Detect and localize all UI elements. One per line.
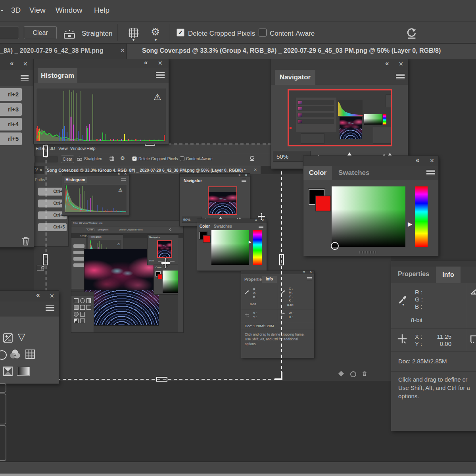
background-swatch[interactable]: [315, 196, 331, 211]
inner-angle-input[interactable]: [35, 156, 58, 163]
info-panel[interactable]: Properties Info ▾ R : G : B : 8-bit X : …: [391, 261, 476, 431]
inner-histogram-collapse-icon[interactable]: «: [118, 172, 120, 176]
histogram-close-icon[interactable]: ✕: [158, 60, 163, 66]
straighten-icon[interactable]: [63, 29, 76, 40]
inner-info-panel[interactable]: « ✕ Properties Info R : G : B : 8-bit C …: [241, 271, 314, 358]
channels-trash-icon[interactable]: [21, 236, 31, 246]
channel-mixer-adjustment-icon[interactable]: [25, 349, 35, 359]
inner-navigator-collapse-icon[interactable]: «: [238, 173, 240, 177]
inner-hue-bar[interactable]: [253, 230, 262, 265]
inner-hue-slider-arrow[interactable]: ▶: [249, 240, 251, 244]
menu-item-3d[interactable]: 3D: [11, 6, 21, 15]
histogram-tab[interactable]: Histogram: [38, 68, 77, 83]
menu-item-help[interactable]: Help: [94, 6, 109, 15]
content-aware-label[interactable]: Content-Aware: [270, 30, 315, 38]
inner-color-panel[interactable]: « ✕ Color Swatches ▶: [197, 219, 267, 271]
navigator-proxy[interactable]: [288, 89, 392, 146]
inner-trash2-icon[interactable]: [362, 371, 367, 376]
channel-row[interactable]: rl+4: [0, 118, 22, 131]
inner-histogram-menu-icon[interactable]: [121, 178, 126, 181]
inner-info-tab[interactable]: Info: [262, 276, 277, 283]
threshold-adjustment-icon[interactable]: [3, 366, 13, 376]
histogram-collapse-icon[interactable]: «: [144, 59, 148, 67]
adjustments-menu-icon[interactable]: [46, 305, 54, 311]
inner-paths-tab[interactable]: Paths: [35, 178, 45, 182]
reset-crop-icon[interactable]: [405, 27, 418, 40]
inner-reset-icon[interactable]: [249, 155, 255, 161]
inner-info-close-icon[interactable]: ✕: [309, 270, 312, 274]
exposure-adjustment-icon[interactable]: [3, 333, 13, 343]
grid-dropdown-caret[interactable]: ▾: [132, 38, 134, 42]
inner-delete-cropped-pixels-checkbox[interactable]: ✓: [132, 156, 137, 161]
inner-swatches-tab[interactable]: Swatches: [214, 224, 232, 228]
inner-clone-icon[interactable]: [338, 371, 344, 376]
clear-button[interactable]: Clear: [24, 26, 57, 39]
menu-item-window[interactable]: Window: [56, 6, 83, 15]
color-panel[interactable]: « ✕ Color Swatches ▶: [303, 156, 438, 256]
inner-straighten-icon[interactable]: [77, 156, 83, 161]
crop-handle-bottom-center[interactable]: [156, 377, 167, 382]
inner-properties-tab[interactable]: Properties: [244, 277, 264, 282]
channel-row[interactable]: rl+2: [0, 88, 22, 101]
left-strip-slot[interactable]: [0, 425, 6, 461]
navigator-menu-icon[interactable]: [396, 74, 405, 80]
inner-menu-window[interactable]: Window: [70, 146, 86, 151]
inner-saturation-gradient[interactable]: [211, 230, 249, 265]
color-balance-adjustment-icon[interactable]: [9, 349, 21, 359]
content-aware-checkbox[interactable]: [259, 29, 267, 36]
adjustments-close-icon[interactable]: ✕: [50, 293, 54, 299]
inner-clear-button[interactable]: Clear: [61, 155, 74, 163]
hue-slider-arrow[interactable]: ▶: [408, 221, 413, 228]
color-close-icon[interactable]: ✕: [430, 157, 434, 164]
document-tab-1-close-icon[interactable]: ✕: [120, 47, 125, 54]
inner-tab-fragment[interactable]: )* ✕: [35, 168, 42, 172]
inner-rgb-eyedropper-icon[interactable]: [244, 289, 250, 294]
crop-handle-mid-right[interactable]: [279, 254, 284, 265]
swatches-tab[interactable]: Swatches: [338, 169, 369, 177]
document-tab-1[interactable]: _8#) _ 2020-07-29 6_42_38 PM.png ✕: [0, 44, 127, 59]
adjustments-panel[interactable]: « ✕ ▽: [0, 291, 59, 384]
crop-corner-bottom-right-v[interactable]: [281, 372, 282, 380]
delete-cropped-pixels-label[interactable]: Delete Cropped Pixels: [188, 30, 255, 38]
inner-navigator-tab[interactable]: Navigator: [182, 178, 204, 184]
channels-close-icon[interactable]: ✕: [23, 61, 28, 67]
color-resize-grip[interactable]: [359, 251, 376, 253]
channels-collapse-icon[interactable]: «: [10, 60, 13, 67]
inner-navigator-proxy[interactable]: [208, 186, 237, 215]
hue-saturation-adjustment-icon[interactable]: [0, 350, 7, 360]
crop-handle-top-left[interactable]: [43, 145, 48, 157]
left-strip-slot[interactable]: [0, 393, 6, 424]
inner-navigator-menu-icon[interactable]: [242, 179, 246, 182]
inner-grid-overlay-icon[interactable]: [109, 156, 115, 161]
channels-menu-icon[interactable]: [21, 75, 29, 81]
crop-settings-gear-icon[interactable]: ⚙: [151, 26, 160, 38]
inner-navigator-close-icon[interactable]: ✕: [245, 173, 248, 177]
saturation-gradient[interactable]: [332, 186, 405, 247]
channels-panel[interactable]: « ✕ rl+2 rl+3 rl+4 rl+5: [0, 58, 34, 247]
adjustments-collapse-icon[interactable]: «: [36, 291, 40, 299]
inner-info-collapse-icon[interactable]: «: [303, 270, 305, 274]
document-tab-2[interactable]: Song Cover.psd @ 33.3% (Group 4, RGB_8#)…: [127, 44, 476, 59]
channel-row[interactable]: rl+3: [0, 103, 22, 116]
channel-row[interactable]: rl+5: [0, 132, 22, 145]
inner-background-swatch[interactable]: [203, 235, 211, 243]
delete-cropped-pixels-checkbox[interactable]: ✓: [177, 29, 184, 36]
gradient-map-adjustment-icon[interactable]: [17, 367, 30, 376]
navigator-panel[interactable]: « ✕ Navigator 50: [271, 58, 408, 169]
inner-channel-row[interactable]: Ctrl+5: [38, 223, 67, 231]
inner-info-menu-icon[interactable]: [307, 277, 312, 280]
inner-histogram-panel[interactable]: « ✕ Histogram ⚠: [62, 173, 129, 215]
navigator-close-icon[interactable]: ✕: [399, 61, 403, 67]
inner-camera-icon[interactable]: [350, 371, 356, 377]
color-menu-icon[interactable]: [426, 170, 435, 176]
inner-color-tab[interactable]: Color: [200, 224, 210, 228]
histogram-panel[interactable]: « ✕ Histogram ⚠: [34, 58, 169, 144]
color-collapse-icon[interactable]: «: [416, 156, 419, 164]
inner-tab-close-icon[interactable]: ✕: [254, 168, 257, 172]
inner-menu-view[interactable]: View: [58, 146, 68, 151]
hue-bar[interactable]: [415, 186, 428, 247]
inner-gear-icon[interactable]: ⚙: [120, 155, 125, 161]
navigator-tab[interactable]: Navigator: [275, 70, 315, 85]
histogram-menu-icon[interactable]: [156, 72, 165, 78]
gear-dropdown-caret[interactable]: ▾: [155, 38, 157, 42]
